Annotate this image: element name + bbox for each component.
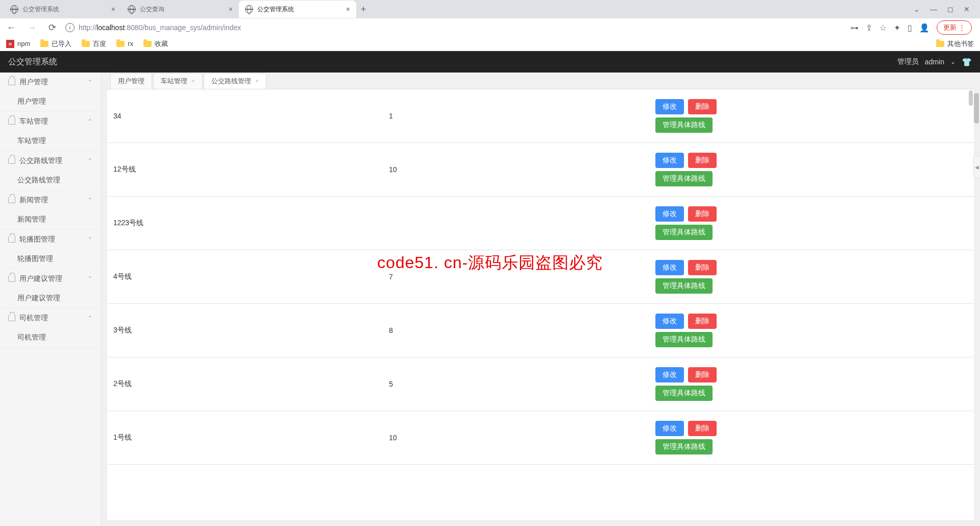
- route-name-cell: 34: [107, 89, 383, 143]
- browser-tab-1[interactable]: 公交管理系统 ×: [4, 1, 121, 18]
- panel-icon[interactable]: ▯: [908, 23, 912, 33]
- new-tab-button[interactable]: +: [356, 2, 371, 16]
- other-bookmarks[interactable]: 其他书签: [936, 39, 974, 49]
- delete-button[interactable]: 删除: [688, 260, 717, 275]
- delete-button[interactable]: 删除: [688, 367, 717, 382]
- nav-item[interactable]: 司机管理: [0, 328, 101, 347]
- bookmark-baidu[interactable]: 百度: [82, 39, 106, 49]
- edit-button[interactable]: 修改: [655, 421, 684, 436]
- content-tab-2[interactable]: 公交路线管理×: [204, 73, 266, 89]
- chevron-icon: ⌃: [87, 157, 92, 164]
- content-tab-0[interactable]: 用户管理: [110, 73, 152, 89]
- main-content: 用户管理车站管理×公交路线管理× 34 1 修改 删除 管理具体路线 12号线 …: [101, 73, 980, 526]
- nav-header-6[interactable]: 司机管理 ⌃: [0, 308, 101, 328]
- forward-button[interactable]: →: [24, 20, 39, 35]
- folder-icon: [143, 41, 152, 47]
- close-icon[interactable]: ×: [111, 5, 115, 13]
- globe-icon: [245, 5, 253, 13]
- edit-button[interactable]: 修改: [655, 206, 684, 222]
- route-name-cell: 1223号线: [107, 197, 383, 250]
- reload-button[interactable]: ⟳: [45, 20, 59, 35]
- route-name-cell: 3号线: [107, 304, 383, 357]
- nav-item[interactable]: 轮播图管理: [0, 249, 101, 269]
- nav-item[interactable]: 新闻管理: [0, 210, 101, 229]
- delete-button[interactable]: 删除: [688, 153, 717, 168]
- bookmark-collect[interactable]: 收藏: [143, 39, 168, 49]
- nav-item[interactable]: 车站管理: [0, 131, 101, 151]
- close-icon[interactable]: ×: [229, 5, 233, 13]
- user-area[interactable]: 管理员 admin ⌄ 👕: [897, 57, 972, 67]
- key-icon[interactable]: ⊶: [850, 23, 859, 33]
- action-cell: 修改 删除 管理具体路线: [648, 304, 974, 357]
- browser-tab-2[interactable]: 公交查询 ×: [121, 1, 239, 18]
- update-button[interactable]: 更新 ⋮: [937, 20, 972, 35]
- delete-button[interactable]: 删除: [688, 314, 717, 329]
- close-icon[interactable]: ×: [346, 5, 350, 13]
- profile-icon[interactable]: 👤: [919, 23, 929, 33]
- window-controls: ⌄ — ◻ ✕: [914, 5, 980, 13]
- bag-icon: [8, 315, 15, 321]
- delete-button[interactable]: 删除: [688, 99, 717, 114]
- nav-header-1[interactable]: 车站管理 ⌃: [0, 112, 101, 131]
- edit-button[interactable]: 修改: [655, 99, 684, 114]
- manage-route-button[interactable]: 管理具体路线: [655, 386, 713, 401]
- chevron-icon: ⌃: [87, 275, 92, 282]
- tab-label: 用户管理: [118, 77, 144, 86]
- manage-route-button[interactable]: 管理具体路线: [655, 117, 713, 133]
- manage-route-button[interactable]: 管理具体路线: [655, 332, 713, 347]
- delete-button[interactable]: 删除: [688, 206, 717, 222]
- close-icon[interactable]: ×: [191, 78, 195, 85]
- folder-icon: [82, 41, 90, 47]
- nav-item[interactable]: 用户建议管理: [0, 289, 101, 308]
- chevron-icon: ⌃: [87, 315, 92, 322]
- bookmark-npm[interactable]: nnpm: [6, 40, 30, 48]
- info-icon[interactable]: i: [65, 23, 75, 32]
- edit-button[interactable]: 修改: [655, 260, 684, 275]
- manage-route-button[interactable]: 管理具体路线: [655, 225, 713, 240]
- npm-icon: n: [6, 40, 14, 48]
- sidebar-toggle[interactable]: ◀: [973, 156, 980, 178]
- url-field[interactable]: i http://localhost:8080/bus_manage_sys/a…: [65, 23, 844, 32]
- minimize-icon[interactable]: —: [930, 5, 937, 13]
- puzzle-icon[interactable]: ✦: [894, 23, 900, 33]
- bag-icon: [8, 276, 15, 282]
- bag-icon: [8, 118, 15, 125]
- scrollbar[interactable]: [969, 90, 973, 106]
- route-count-cell: 10: [383, 411, 648, 465]
- edit-button[interactable]: 修改: [655, 314, 684, 329]
- nav-item[interactable]: 用户管理: [0, 92, 101, 111]
- nav-header-2[interactable]: 公交路线管理 ⌃: [0, 151, 101, 171]
- tab-title: 公交管理系统: [22, 5, 59, 14]
- manage-route-button[interactable]: 管理具体路线: [655, 171, 713, 186]
- content-tab-1[interactable]: 车站管理×: [153, 73, 203, 89]
- share-icon[interactable]: ⇪: [866, 23, 872, 33]
- nav-header-4[interactable]: 轮播图管理 ⌃: [0, 230, 101, 249]
- bookmark-imported[interactable]: 已导入: [40, 39, 71, 49]
- star-icon[interactable]: ☆: [879, 23, 887, 33]
- nav-header-0[interactable]: 用户管理 ⌃: [0, 73, 101, 92]
- edit-button[interactable]: 修改: [655, 367, 684, 382]
- back-button[interactable]: ←: [4, 20, 18, 35]
- tshirt-icon[interactable]: 👕: [962, 57, 972, 67]
- bookmark-rx[interactable]: rx: [116, 40, 133, 47]
- delete-button[interactable]: 删除: [688, 421, 717, 436]
- manage-route-button[interactable]: 管理具体路线: [655, 278, 713, 294]
- close-window-icon[interactable]: ✕: [964, 5, 970, 13]
- browser-tab-3[interactable]: 公交管理系统 ×: [239, 1, 356, 18]
- bag-icon: [8, 197, 15, 203]
- manage-route-button[interactable]: 管理具体路线: [655, 439, 713, 455]
- maximize-icon[interactable]: ◻: [947, 5, 953, 13]
- nav-header-5[interactable]: 用户建议管理 ⌃: [0, 269, 101, 289]
- nav-item[interactable]: 公交路线管理: [0, 171, 101, 190]
- chevron-down-icon[interactable]: ⌄: [950, 58, 955, 65]
- nav-header-3[interactable]: 新闻管理 ⌃: [0, 190, 101, 210]
- edit-button[interactable]: 修改: [655, 153, 684, 168]
- page-scrollbar[interactable]: [974, 93, 979, 124]
- close-icon[interactable]: ×: [255, 78, 259, 85]
- content-panel: 34 1 修改 删除 管理具体路线 12号线 10 修改 删除 管理具体路线 1…: [107, 89, 974, 520]
- chevron-down-icon[interactable]: ⌄: [914, 5, 920, 13]
- browser-tab-bar: 公交管理系统 × 公交查询 × 公交管理系统 × + ⌄ — ◻ ✕: [0, 0, 980, 18]
- folder-icon: [116, 41, 125, 47]
- action-cell: 修改 删除 管理具体路线: [648, 250, 974, 304]
- action-cell: 修改 删除 管理具体路线: [648, 411, 974, 465]
